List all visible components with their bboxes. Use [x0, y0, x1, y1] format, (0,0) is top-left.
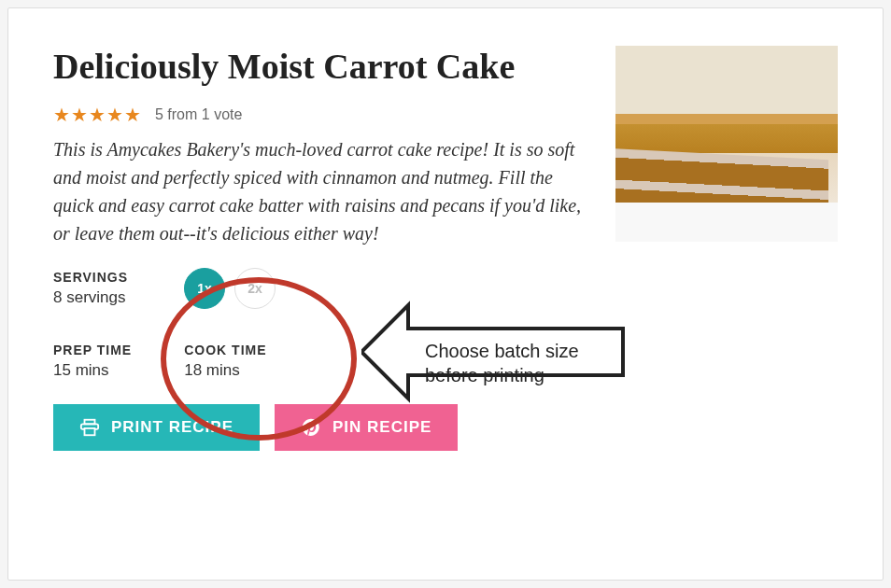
- rating-text: 5 from 1 vote: [155, 106, 242, 123]
- prep-time-block: PREP TIME 15 mins: [53, 343, 132, 380]
- servings-label: SERVINGS: [53, 270, 128, 285]
- action-buttons-row: PRINT RECIPE PIN RECIPE: [53, 404, 838, 451]
- cook-time-block: COOK TIME 18 mins: [184, 343, 266, 380]
- print-button-label: PRINT RECIPE: [111, 418, 233, 437]
- star-icons: ★★★★★: [53, 104, 142, 126]
- batch-size-buttons: 1x 2x: [184, 268, 276, 309]
- prep-time-value: 15 mins: [53, 361, 132, 380]
- time-row: PREP TIME 15 mins COOK TIME 18 mins: [53, 343, 838, 380]
- servings-block: SERVINGS 8 servings: [53, 270, 128, 307]
- recipe-title: Deliciously Moist Carrot Cake: [53, 46, 593, 87]
- header-content: Deliciously Moist Carrot Cake ★★★★★ 5 fr…: [53, 46, 593, 247]
- batch-2x-button[interactable]: 2x: [234, 268, 276, 309]
- recipe-description: This is Amycakes Bakery's much-loved car…: [53, 135, 593, 247]
- pinterest-icon: [301, 417, 321, 438]
- print-recipe-button[interactable]: PRINT RECIPE: [53, 404, 260, 451]
- servings-row: SERVINGS 8 servings 1x 2x: [53, 268, 838, 309]
- cook-time-label: COOK TIME: [184, 343, 266, 357]
- pin-recipe-button[interactable]: PIN RECIPE: [275, 404, 458, 451]
- recipe-image: [615, 46, 838, 242]
- printer-icon: [79, 417, 100, 438]
- batch-1x-button[interactable]: 1x: [184, 268, 225, 309]
- header-row: Deliciously Moist Carrot Cake ★★★★★ 5 fr…: [53, 46, 838, 247]
- pin-button-label: PIN RECIPE: [332, 418, 431, 437]
- svg-rect-1: [85, 428, 95, 435]
- recipe-card: Deliciously Moist Carrot Cake ★★★★★ 5 fr…: [7, 7, 884, 581]
- rating-row: ★★★★★ 5 from 1 vote: [53, 104, 593, 126]
- cook-time-value: 18 mins: [184, 361, 266, 380]
- servings-value: 8 servings: [53, 288, 128, 307]
- prep-time-label: PREP TIME: [53, 343, 132, 357]
